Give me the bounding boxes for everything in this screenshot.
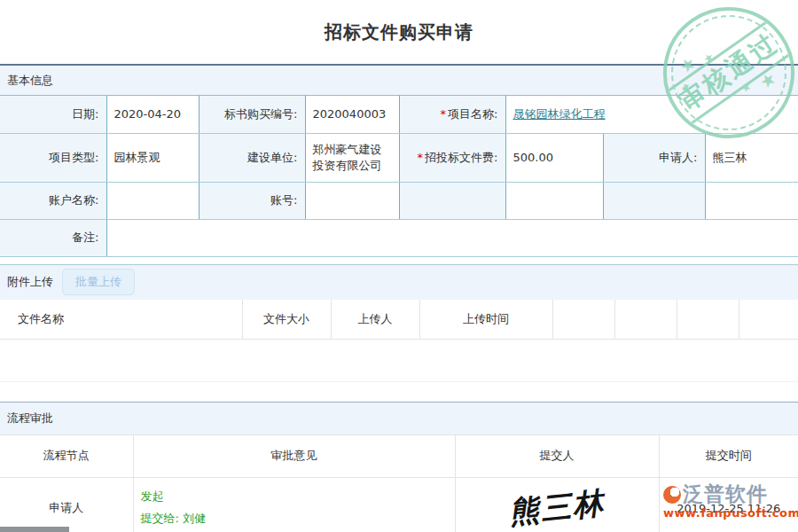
project-type-label: 项目类型: — [0, 133, 106, 182]
title-bar: 招标文件购买申请 — [0, 0, 798, 64]
bid-document-purchase-form: 招标文件购买申请 基本信息 日期: 2020-04-20 标书购买编号: 202… — [0, 0, 798, 532]
basic-info-row-3: 账户名称: 账号: — [0, 182, 798, 219]
attachments-header-upload-time: 上传时间 — [419, 300, 552, 340]
empty-label-cell — [399, 182, 505, 219]
bid-no-label: 标书购买编号: — [199, 96, 305, 133]
bid-no-value: 2020040003 — [305, 96, 399, 133]
empty-value-cell — [705, 182, 798, 219]
date-label: 日期: — [0, 96, 106, 133]
approval-node-value: 申请人 — [0, 477, 133, 532]
approval-header-row: 流程节点 审批意见 提交人 提交时间 — [0, 435, 798, 477]
basic-info-row-1: 日期: 2020-04-20 标书购买编号: 2020040003 *项目名称:… — [0, 96, 798, 133]
section-header-approval: 流程审批 — [0, 402, 798, 435]
date-value: 2020-04-20 — [106, 96, 199, 133]
section-title-attachments: 附件上传 — [7, 274, 53, 290]
basic-info-row-4: 备注: — [0, 219, 798, 256]
attachments-header-empty — [739, 300, 798, 340]
approval-opinion-initiate: 发起 — [141, 486, 450, 508]
account-no-label: 账号: — [199, 182, 305, 219]
page-title: 招标文件购买申请 — [325, 20, 473, 44]
approval-header-submit-time: 提交时间 — [659, 435, 798, 477]
build-unit-value: 郑州豪气建设投资有限公司 — [305, 133, 399, 182]
attachments-header-empty — [552, 300, 614, 340]
empty-label-cell — [603, 182, 705, 219]
section-header-attachments: 附件上传 批量上传 — [0, 264, 798, 300]
approval-header-node: 流程节点 — [0, 435, 133, 477]
attachments-empty-body — [0, 340, 798, 382]
approval-header-submitter: 提交人 — [455, 435, 659, 477]
project-name-label: *项目名称: — [399, 96, 505, 133]
project-name-link[interactable]: 晟铭园林绿化工程 — [513, 107, 606, 121]
attachments-header-row: 文件名称 文件大小 上传人 上传时间 — [0, 300, 798, 340]
section-gap — [0, 257, 798, 264]
attachments-header-empty — [614, 300, 677, 340]
account-name-label: 账户名称: — [0, 182, 106, 219]
remark-label: 备注: — [0, 219, 106, 256]
basic-info-table: 日期: 2020-04-20 标书购买编号: 2020040003 *项目名称:… — [0, 96, 798, 257]
approval-table: 流程节点 审批意见 提交人 提交时间 申请人 发起 提交给: 刘健 熊三林 20… — [0, 435, 798, 532]
basic-info-row-2: 项目类型: 园林景观 建设单位: 郑州豪气建设投资有限公司 *招投标文件费: 5… — [0, 133, 798, 182]
remark-value — [106, 219, 798, 256]
horizontal-scrollbar-thumb[interactable] — [0, 527, 69, 532]
account-no-value — [305, 182, 399, 219]
applicant-label: 申请人: — [603, 133, 705, 182]
section-header-basic-info: 基本信息 — [0, 64, 798, 96]
applicant-value: 熊三林 — [705, 133, 798, 182]
required-mark: * — [441, 107, 447, 121]
approval-opinion-submit-to: 提交给: 刘健 — [141, 508, 450, 530]
attachments-header-uploader: 上传人 — [331, 300, 419, 340]
attachments-header-empty — [677, 300, 739, 340]
section-title-approval: 流程审批 — [7, 411, 53, 426]
required-mark: * — [418, 151, 424, 164]
attachments-header-file-name: 文件名称 — [0, 300, 242, 340]
account-name-value — [106, 182, 199, 219]
section-title-basic-info: 基本信息 — [7, 73, 53, 89]
submitter-signature: 熊三林 — [507, 482, 606, 532]
approval-submit-time-cell: 2019-12-25 11:26 — [659, 477, 798, 532]
batch-upload-button[interactable]: 批量上传 — [62, 269, 135, 295]
submit-time-value: 2019-12-25 11:26 — [677, 502, 780, 515]
project-name-cell: 晟铭园林绿化工程 — [505, 96, 798, 133]
doc-fee-label: *招投标文件费: — [399, 133, 505, 182]
approval-header-opinion: 审批意见 — [133, 435, 455, 477]
build-unit-label: 建设单位: — [199, 133, 305, 182]
attachments-header-file-size: 文件大小 — [242, 300, 331, 340]
project-type-value: 园林景观 — [106, 133, 199, 182]
section-gap — [0, 382, 798, 402]
empty-value-cell — [505, 182, 603, 219]
attachments-table: 文件名称 文件大小 上传人 上传时间 — [0, 300, 798, 340]
approval-signature-cell: 熊三林 — [455, 477, 659, 532]
approval-opinion-cell: 发起 提交给: 刘健 — [133, 477, 455, 532]
approval-data-row: 申请人 发起 提交给: 刘健 熊三林 2019-12-25 11:26 — [0, 477, 798, 532]
doc-fee-value: 500.00 — [505, 133, 603, 182]
